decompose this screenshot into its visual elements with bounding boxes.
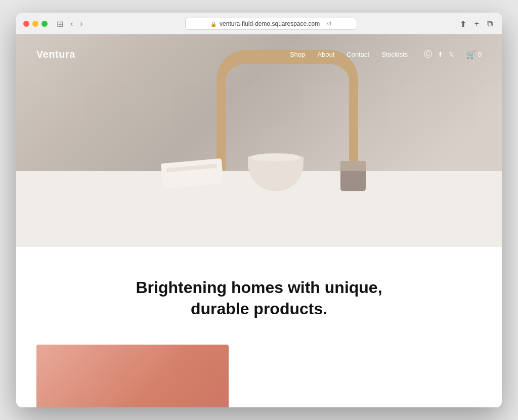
tab-overview-button[interactable]: ⧉: [485, 18, 495, 29]
nav-social-icons: Ⓒ f 𝕏: [424, 49, 454, 60]
site-tagline: Brightening homes with unique, durable p…: [127, 277, 391, 319]
address-bar-container: 🔒 ventura-fluid-demo.squarespace.com ↺: [90, 18, 453, 30]
nav-links: Shop About Contact Stockists Ⓒ f 𝕏 🛒 0: [290, 49, 482, 60]
tagline-section: Brightening homes with unique, durable p…: [16, 247, 502, 345]
address-bar[interactable]: 🔒 ventura-fluid-demo.squarespace.com ↺: [185, 18, 357, 30]
browser-actions: ⬆ + ⧉: [458, 18, 495, 30]
back-button[interactable]: ‹: [68, 18, 75, 29]
cup-illustration: [340, 161, 366, 191]
hero-section: Ventura Shop About Contact Stockists Ⓒ f…: [16, 34, 502, 247]
nav-shop[interactable]: Shop: [290, 51, 305, 58]
lock-icon: 🔒: [210, 21, 217, 27]
website-content: Ventura Shop About Contact Stockists Ⓒ f…: [16, 34, 502, 407]
site-navigation: Ventura Shop About Contact Stockists Ⓒ f…: [16, 34, 502, 74]
traffic-lights: [23, 21, 48, 27]
facebook-icon[interactable]: f: [439, 51, 442, 59]
nav-about[interactable]: About: [317, 51, 334, 58]
product-card-1[interactable]: [36, 345, 229, 407]
product-section: Featured Create A Site Like This Free tr…: [16, 345, 502, 407]
cart-count: 0: [478, 51, 482, 58]
share-button[interactable]: ⬆: [458, 18, 468, 30]
maximize-button[interactable]: [41, 21, 48, 27]
browser-window: ⊞ ‹ › 🔒 ventura-fluid-demo.squarespace.c…: [16, 13, 502, 407]
cart-icon: 🛒: [466, 50, 476, 59]
forward-button[interactable]: ›: [78, 18, 84, 29]
reload-button[interactable]: ↺: [327, 20, 332, 27]
nav-stockists[interactable]: Stockists: [381, 51, 408, 58]
close-button[interactable]: [23, 21, 29, 27]
sidebar-toggle-button[interactable]: ⊞: [55, 18, 65, 30]
twitter-icon[interactable]: 𝕏: [449, 51, 454, 58]
nav-contact[interactable]: Contact: [347, 51, 369, 58]
url-text: ventura-fluid-demo.squarespace.com: [220, 20, 320, 27]
new-tab-button[interactable]: +: [472, 18, 481, 29]
minimize-button[interactable]: [32, 21, 38, 27]
browser-chrome: ⊞ ‹ › 🔒 ventura-fluid-demo.squarespace.c…: [16, 13, 502, 34]
browser-controls: ⊞ ‹ ›: [55, 18, 85, 30]
product-grid: [16, 345, 502, 407]
cart-link[interactable]: 🛒 0: [466, 50, 482, 59]
instagram-icon[interactable]: Ⓒ: [424, 49, 432, 60]
site-logo[interactable]: Ventura: [36, 49, 75, 60]
cloth-illustration: [161, 158, 224, 189]
